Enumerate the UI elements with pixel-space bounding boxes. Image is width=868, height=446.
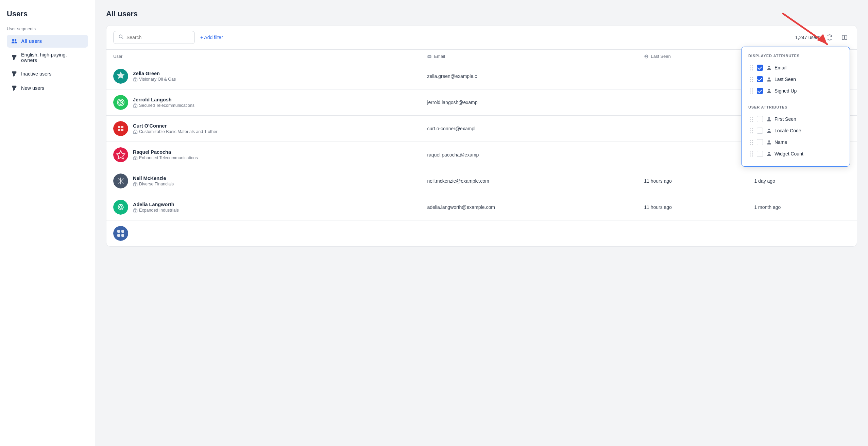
user-cell: Neil McKenzie Diverse Financials: [106, 168, 420, 194]
attr-checkbox-widget_count[interactable]: [757, 151, 763, 157]
sidebar-section-label: User segments: [7, 27, 88, 31]
user-company: Diverse Financials: [133, 182, 174, 186]
attr-checkbox-name[interactable]: [757, 139, 763, 145]
drag-handle: [750, 77, 753, 82]
user-company: Secured Telecommunications: [133, 103, 194, 108]
avatar: [113, 174, 128, 188]
svg-rect-42: [135, 211, 136, 212]
attr-item-signed_up[interactable]: Signed Up: [748, 85, 843, 97]
attr-label-email: Email: [766, 65, 786, 70]
table-row[interactable]: Adelia Langworth Expanded Industrials ad…: [106, 194, 857, 220]
svg-rect-24: [134, 130, 136, 131]
svg-rect-45: [117, 234, 120, 237]
user-cell: Jerrold Langosh Secured Telecommunicatio…: [106, 89, 420, 116]
attr-label-last_seen: Last Seen: [766, 77, 796, 82]
attr-item-name[interactable]: Name: [748, 136, 843, 148]
email-cell: [420, 220, 637, 247]
users-table-container: + Add filter 1,247 users: [106, 25, 857, 247]
svg-rect-30: [135, 158, 136, 160]
table-row[interactable]: Neil McKenzie Diverse Financials neil.mc…: [106, 168, 857, 194]
svg-rect-9: [134, 78, 136, 79]
user-name: Curt O'Conner: [133, 123, 218, 129]
drag-handle: [750, 128, 753, 133]
user-name: Neil McKenzie: [133, 176, 174, 181]
columns-button[interactable]: [839, 32, 850, 43]
user-cell: Raquel Pacocha Enhanced Telecommunicatio…: [106, 142, 420, 168]
svg-rect-41: [134, 209, 136, 210]
sidebar-item-all-users[interactable]: All users: [7, 35, 88, 48]
last-seen-cell: [637, 142, 747, 168]
attr-label-name: Name: [766, 139, 787, 145]
avatar: [113, 147, 128, 162]
svg-rect-37: [134, 182, 136, 183]
search-icon: [118, 34, 124, 41]
svg-rect-46: [121, 230, 124, 233]
sidebar-item-inactive-users[interactable]: Inactive users: [7, 67, 88, 80]
drag-handle: [750, 117, 753, 122]
svg-rect-38: [135, 184, 136, 186]
attr-checkbox-first_seen[interactable]: [757, 116, 763, 122]
user-attrs-label: USER ATTRIBUTES: [748, 105, 843, 109]
search-box[interactable]: [113, 31, 195, 44]
toolbar-left: + Add filter: [113, 31, 224, 44]
avatar: [113, 95, 128, 110]
svg-rect-4: [842, 35, 844, 40]
drag-handle: [750, 140, 753, 145]
attr-checkbox-locale_code[interactable]: [757, 128, 763, 134]
user-company: Enhanced Telecommunications: [133, 155, 198, 160]
attr-label-widget_count: Widget Count: [766, 151, 803, 156]
attr-checkbox-signed_up[interactable]: [757, 88, 763, 94]
table-row[interactable]: [106, 220, 857, 247]
filter-icon-3: [11, 85, 18, 92]
last-seen-cell: 11 hours ago: [637, 194, 747, 220]
svg-point-18: [113, 121, 128, 136]
svg-rect-21: [118, 129, 120, 131]
user-name: Zella Green: [133, 71, 176, 76]
toolbar-right: 1,247 users: [795, 32, 850, 43]
signed-up-cell: [747, 220, 857, 247]
attr-label-first_seen: First Seen: [766, 116, 796, 122]
attr-item-widget_count[interactable]: Widget Count: [748, 148, 843, 160]
user-company: Customizable Basic Materials and 1 other: [133, 129, 218, 134]
svg-point-39: [113, 200, 128, 215]
user-cell: [106, 220, 420, 247]
sidebar-title: Users: [7, 10, 88, 18]
svg-rect-25: [135, 132, 136, 134]
attr-item-locale_code[interactable]: Locale Code: [748, 125, 843, 136]
sidebar-item-english-owners[interactable]: English, high-paying, owners: [7, 49, 88, 66]
search-input[interactable]: [126, 35, 190, 40]
user-name: Adelia Langworth: [133, 202, 179, 207]
refresh-button[interactable]: [824, 32, 835, 43]
signed-up-cell: 1 month ago: [747, 194, 857, 220]
svg-line-3: [122, 37, 123, 39]
svg-rect-10: [135, 80, 136, 81]
attr-label-locale_code: Locale Code: [766, 128, 801, 133]
attr-item-email[interactable]: Email: [748, 62, 843, 73]
user-count: 1,247 users: [795, 35, 820, 40]
attr-checkbox-email[interactable]: [757, 65, 763, 71]
attr-item-first_seen[interactable]: First Seen: [748, 113, 843, 125]
svg-rect-17: [135, 106, 136, 108]
attributes-panel: DISPLAYED ATTRIBUTES Email Last Seen: [741, 47, 850, 167]
email-cell: zella.green@example.c: [420, 63, 637, 89]
sidebar-item-all-users-label: All users: [21, 38, 42, 44]
attr-label-signed_up: Signed Up: [766, 88, 797, 94]
users-icon: [11, 38, 18, 45]
attr-item-last_seen[interactable]: Last Seen: [748, 73, 843, 85]
sidebar-item-new-users[interactable]: New users: [7, 82, 88, 95]
sidebar-item-english-owners-label: English, high-paying, owners: [21, 52, 84, 63]
col-user: User: [106, 50, 420, 63]
add-filter-button[interactable]: + Add filter: [199, 32, 224, 43]
svg-rect-5: [845, 35, 847, 40]
last-seen-cell: [637, 89, 747, 116]
col-last-seen: Last Seen: [637, 50, 747, 63]
svg-rect-22: [121, 129, 123, 131]
last-seen-cell: 11 hours ago: [637, 168, 747, 194]
attr-checkbox-last_seen[interactable]: [757, 76, 763, 82]
filter-icon-2: [11, 70, 18, 77]
user-cell: Curt O'Conner Customizable Basic Materia…: [106, 116, 420, 142]
email-cell: raquel.pacocha@examp: [420, 142, 637, 168]
drag-handle: [750, 88, 753, 94]
email-cell: jerrold.langosh@examp: [420, 89, 637, 116]
svg-rect-44: [117, 230, 120, 233]
